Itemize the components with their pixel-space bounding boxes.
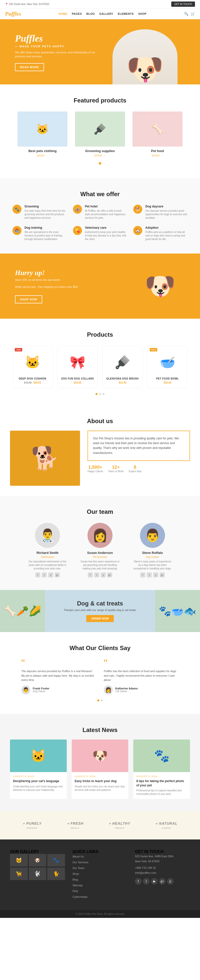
testimonial-text-2: Puffles has the best collection of food …	[104, 669, 179, 682]
youtube-icon-2[interactable]: y	[101, 573, 106, 578]
offer-training-text: Dog training We are specialized in the m…	[25, 226, 67, 241]
google-icon-3[interactable]: g+	[160, 573, 165, 578]
team-section: Our team 👨‍⚕️ Richard Smith Veterinarian…	[0, 496, 200, 590]
gallery-thumb-2: 🐶	[29, 854, 47, 867]
product-item-1: Sale 🐱 Deep Diva Cushion $45.99 $30.00	[13, 346, 52, 388]
read-more-button[interactable]: READ MORE	[15, 63, 44, 71]
order-now-button[interactable]: ORDER NOW	[86, 615, 114, 622]
training-icon: 📚	[13, 226, 22, 235]
footer-links-title: QUICK LINKS	[72, 850, 128, 854]
news-title: Latest News	[10, 727, 190, 733]
footer-link-services[interactable]: Our Services	[72, 860, 128, 864]
get-in-touch-btn[interactable]: GET IN TOUCH	[171, 2, 195, 7]
footer-link-blog[interactable]: Blog	[72, 877, 128, 881]
gallery-thumb-4: 🦮	[10, 867, 28, 880]
testimonial-1: " The daycare service provided by Puffle…	[21, 659, 96, 694]
shop-now-button[interactable]: SHOP NOW	[15, 295, 42, 303]
nav-shop[interactable]: Shop	[138, 12, 146, 15]
twitter-icon-1[interactable]: t	[42, 573, 47, 578]
dot-2[interactable]	[99, 393, 101, 395]
featured-link-3[interactable]: Shop →	[132, 154, 183, 157]
nav-pages[interactable]: Pages	[72, 12, 82, 15]
footer-link-shop[interactable]: Shop	[72, 871, 128, 876]
offer-daycare: 🐕 Dog daycare Our daycare service provid…	[133, 205, 187, 220]
twitter-icon-2[interactable]: t	[94, 573, 99, 578]
facebook-icon-3[interactable]: f	[140, 573, 145, 578]
stat-vets: 8 Expert Vets	[129, 465, 142, 473]
testimonial-text-1: The daycare service provided by Puffles …	[21, 669, 96, 682]
hero-title: Puffles	[15, 33, 105, 44]
news-title-1: Deciphering your cat's language	[13, 779, 64, 783]
hero-subtitle: — MAKE YOUR PETS HAPPY	[15, 45, 105, 48]
facebook-icon-2[interactable]: f	[88, 573, 93, 578]
search-icon[interactable]: 🔍	[184, 12, 188, 16]
author-name-1: Frank Foster	[33, 687, 49, 690]
testimonial-dot-1[interactable]	[97, 699, 99, 702]
testimonial-author-1: 👨 Frank Foster Dog Owner	[21, 686, 96, 694]
footer: OUR GALLERY 🐱 🐶 🐾 🦮 🐩 🐈 QUICK LINKS Abou…	[0, 840, 200, 910]
footer-links-section: QUICK LINKS About Us Our Services Our Te…	[72, 850, 128, 900]
featured-link-1[interactable]: Shop →	[17, 154, 68, 157]
brand-2: ✦ FreshMeals	[67, 821, 83, 829]
stat-clients: 1,500+ Happy Clients	[88, 465, 103, 473]
hurry-desc: Save 15% on all items this last week!	[15, 278, 125, 281]
products-title: Products	[10, 331, 190, 338]
testimonials-grid: " The daycare service provided by Puffle…	[10, 659, 190, 694]
twitter-icon-3[interactable]: t	[147, 573, 152, 578]
dot-3[interactable]	[102, 393, 104, 395]
treats-right-decor: 🐾🥣🐟	[155, 590, 200, 632]
testimonial-dot-2[interactable]	[101, 699, 103, 702]
google-icon-2[interactable]: g+	[107, 573, 112, 578]
footer-link-sitemap[interactable]: Sitemap	[72, 883, 128, 887]
testimonials-dots	[10, 699, 190, 702]
team-desc-1: Our specialized veterinarian of ten year…	[27, 560, 68, 570]
featured-name-3: Pet food	[132, 149, 183, 153]
about-stats: 1,500+ Happy Clients 12+ Years of Work 8…	[88, 465, 190, 473]
hero-description: We offer these every guarantees, service…	[15, 50, 105, 59]
team-title: Our team	[10, 508, 190, 515]
logo: Puffles	[5, 11, 21, 17]
featured-product-3: 🦴 Pet food Shop →	[132, 111, 183, 157]
footer-pinterest-icon[interactable]: p	[167, 878, 173, 885]
footer-link-about[interactable]: About Us	[72, 854, 128, 859]
hero-section: Puffles — MAKE YOUR PETS HAPPY We offer …	[0, 19, 200, 84]
footer-link-team[interactable]: Our Team	[72, 865, 128, 870]
youtube-icon-3[interactable]: y	[153, 573, 158, 578]
news-card-2: 🐶 August 5, 2019 Easy tricks to teach yo…	[72, 740, 129, 799]
google-icon-1[interactable]: g+	[55, 573, 60, 578]
footer-google-icon[interactable]: g+	[159, 878, 165, 885]
offer-pet-hotel: 🏨 Pet hotel At Puffles, we offer a safe …	[73, 205, 127, 220]
nav-elements[interactable]: Elements	[118, 12, 134, 15]
hurry-title: Hurry up!	[15, 269, 125, 277]
nav-gallery[interactable]: Gallery	[99, 12, 113, 15]
treats-title: Dog & cat treats	[55, 600, 145, 607]
footer-youtube-icon[interactable]: ▶	[151, 878, 157, 885]
quote-icon-2: "	[104, 659, 179, 667]
team-member-1: 👨‍⚕️ Richard Smith Veterinarian Our spec…	[27, 523, 68, 578]
team-socials-2: f t y g+	[80, 573, 120, 578]
featured-link-2[interactable]: Shop →	[75, 154, 125, 157]
products-section: Products Sale 🐱 Deep Diva Cushion $45.99…	[0, 319, 200, 407]
offer-adoption: 🏠 Adoption Puffles acts as a platform to…	[133, 226, 187, 241]
footer-link-cybermedia[interactable]: Cybermedia	[72, 894, 128, 899]
nav-home[interactable]: Home	[58, 12, 67, 15]
team-photo-1: 👨‍⚕️	[35, 523, 60, 548]
featured-name-1: Best pets clothing	[17, 149, 68, 153]
footer-link-faq[interactable]: FAQ	[72, 889, 128, 893]
offer-grid: 🐾 Grooming Our pets enjoy their time her…	[13, 205, 187, 241]
news-card-1: 🐱 August 5, 2019 Deciphering your cat's …	[10, 740, 67, 799]
nav-blog[interactable]: Blog	[87, 12, 95, 15]
news-img-2: 🐶	[72, 740, 129, 772]
team-member-2: 👩 Susan Anderson Pet Groomer Susan has f…	[80, 523, 120, 578]
offer-section: What we offer 🐾 Grooming Our pets enjoy …	[0, 178, 200, 253]
offer-title: What we offer	[10, 191, 190, 198]
news-date-2: August 5, 2019	[75, 775, 126, 778]
footer-twitter-icon[interactable]: t	[143, 878, 150, 885]
adoption-icon: 🏠	[133, 226, 142, 235]
footer-facebook-icon[interactable]: f	[135, 878, 142, 885]
dot-1[interactable]	[96, 393, 98, 395]
cart-icon[interactable]: 🛒	[191, 12, 195, 16]
facebook-icon-1[interactable]: f	[35, 573, 40, 578]
featured-products-section: Featured products 🐱 Best pets clothing S…	[0, 84, 200, 178]
youtube-icon-1[interactable]: y	[48, 573, 53, 578]
